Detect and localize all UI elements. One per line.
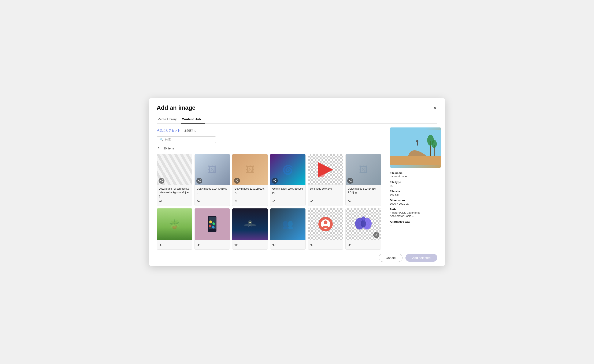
image-card[interactable]: 👁 [232,208,268,250]
svg-rect-58 [417,142,418,146]
sidebar-filesize-label: File size [390,190,441,193]
refresh-button[interactable]: ↻ [157,146,161,151]
card-name: send-logo-color.svg [310,187,341,191]
svg-line-49 [376,234,377,235]
svg-marker-20 [318,162,333,177]
sidebar-preview [390,128,441,168]
sidebar-alttext-value: -- [390,223,441,227]
card-name: GettyImages-1209159129.jpg [234,187,265,194]
svg-point-12 [237,181,238,182]
modal-body: 承認済みアセット 承認待ち 🔍 ↻ 30 items [149,124,445,250]
card-eye-icon[interactable]: 👁 [348,243,379,247]
svg-line-4 [161,181,162,182]
search-input[interactable] [165,138,213,142]
image-card[interactable]: send-logo-color.svg 👁 [308,154,344,206]
svg-point-5 [200,179,201,180]
sidebar-filetype-label: File type [390,181,441,184]
items-count: 30 items [163,147,175,150]
sidebar: File name banner-image File type jpg Fil… [386,124,445,250]
modal-header: Add an image × [149,98,445,111]
card-share-badge[interactable] [272,178,278,184]
svg-point-29 [209,221,212,223]
image-card[interactable]: 🖼 GettyImages-519434666_ADJ.jpg 👁 [345,154,381,206]
svg-point-15 [275,179,276,180]
card-eye-icon[interactable]: 👁 [310,199,341,204]
card-eye-icon[interactable]: 👁 [272,199,303,204]
card-share-badge[interactable] [196,178,202,184]
sidebar-path-value: /Feature/JSS Experience Accelerator/Basi… [390,211,441,217]
card-thumbnail: 🌀 [270,154,305,185]
card-thumbnail [346,209,381,240]
image-card[interactable]: 🖼 GettyImages-1209159129.jpg 👁 [232,154,268,206]
card-thumbnail [195,209,230,240]
sidebar-dimensions-value: 3000 x 2001 px [390,202,441,205]
sidebar-filename-label: File name [390,171,441,175]
add-selected-button[interactable]: Add selected [405,254,437,262]
image-card[interactable]: 🌀 GettyImages-1307338599.jpg 👁 [270,154,306,206]
card-footer: 👁 [270,240,305,249]
add-image-modal: Add an image × Media Library Content Hub… [149,98,445,266]
svg-point-46 [377,234,378,234]
card-eye-icon[interactable]: 👁 [159,243,190,247]
svg-point-2 [162,181,163,182]
card-share-badge[interactable] [234,178,240,184]
svg-line-9 [199,181,200,182]
sidebar-filename-value: banner-image [390,175,441,178]
cancel-button[interactable]: Cancel [379,254,403,262]
card-share-badge[interactable] [347,178,353,184]
image-card[interactable]: 👁 [308,208,344,250]
svg-point-45 [361,216,365,221]
card-eye-icon[interactable]: 👁 [197,199,228,204]
card-eye-icon[interactable]: 👁 [159,199,190,204]
tab-content-hub[interactable]: Content Hub [181,115,205,124]
sidebar-dimensions-item: Dimensions 3000 x 2001 px [390,199,441,205]
card-footer: GettyImages-1307338599.jpg 👁 [270,185,305,206]
image-card[interactable]: 👁 [195,208,230,250]
svg-point-22 [351,179,351,180]
modal-title: Add an image [157,104,196,111]
svg-point-32 [212,226,215,229]
card-thumbnail: 🖼 [232,154,268,185]
sidebar-path-item: Path /Feature/JSS Experience Accelerator… [390,208,441,217]
image-card[interactable]: 👁 [345,208,381,250]
image-grid: 2022-brand-refresh-desktop-teams-backgro… [157,154,381,250]
card-name: GettyImages-1307338599.jpg [272,187,303,194]
card-name: GettyImages-919447650.jpg [197,187,228,194]
card-thumbnail: 👥 [270,209,305,240]
filter-approved[interactable]: 承認済みアセット [157,128,180,133]
image-card[interactable]: 🖼 GettyImages-919447650.jpg 👁 [195,154,230,206]
svg-point-17 [275,181,276,182]
content-area: 承認済みアセット 承認待ち 🔍 ↻ 30 items [149,124,386,250]
card-eye-icon[interactable]: 👁 [272,243,303,247]
svg-point-56 [432,140,437,148]
card-eye-icon[interactable]: 👁 [234,199,265,204]
card-eye-icon[interactable]: 👁 [348,199,379,204]
svg-point-7 [200,181,201,182]
image-card[interactable]: 🪴 👁 [157,208,192,250]
svg-line-3 [161,180,162,181]
card-share-badge[interactable] [159,178,164,184]
image-card[interactable]: 2022-brand-refresh-desktop-teams-backgro… [157,154,192,206]
card-footer: 👁 [195,240,230,249]
image-card[interactable]: 👥 👁 [270,208,306,250]
tab-media-library[interactable]: Media Library [157,115,181,124]
filter-pending[interactable]: 承認待ち [184,128,196,133]
card-footer: GettyImages-919447650.jpg 👁 [195,185,230,206]
svg-line-25 [350,180,351,181]
card-thumbnail [157,154,192,185]
items-bar: ↻ 30 items [157,146,381,151]
sidebar-filetype-value: jpg [390,184,441,187]
card-share-badge[interactable] [373,232,379,238]
card-eye-icon[interactable]: 👁 [234,243,265,247]
svg-point-24 [351,181,351,182]
card-footer: 👁 [157,240,192,249]
card-footer: 👁 [232,240,268,249]
modal-tabs: Media Library Content Hub [157,115,437,124]
card-thumbnail [232,209,268,240]
sidebar-filename-item: File name banner-image [390,171,441,178]
close-button[interactable]: × [432,104,437,111]
card-eye-icon[interactable]: 👁 [197,243,228,247]
svg-point-57 [416,140,418,142]
card-eye-icon[interactable]: 👁 [310,243,341,247]
sidebar-alttext-item: Alternative text -- [390,220,441,227]
